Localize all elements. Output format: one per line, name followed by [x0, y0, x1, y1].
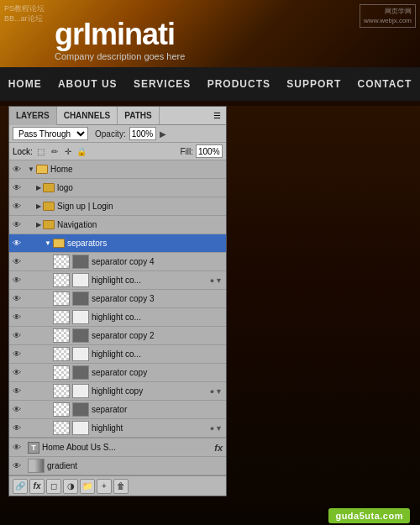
- layer-row-gradient[interactable]: 👁 gradient: [9, 457, 226, 475]
- fx-button[interactable]: fx: [29, 479, 45, 494]
- thumb2-hl-c: [72, 347, 89, 361]
- eye-signup[interactable]: 👁: [9, 202, 24, 211]
- adj-layer-button[interactable]: ◑: [63, 479, 78, 494]
- new-layer-button[interactable]: +: [97, 479, 112, 494]
- layer-row-home[interactable]: 👁 ▼ Home: [9, 160, 226, 179]
- layers-list: 👁 ▼ Home 👁 ▶ logo 👁 ▶ Sign up | L: [9, 160, 226, 438]
- eye-text-layer[interactable]: 👁: [9, 443, 24, 452]
- panel-tabs: LAYERS CHANNELS PATHS ☰: [9, 107, 226, 125]
- layer-row-hl[interactable]: 👁 highlight ● ▼: [9, 419, 226, 438]
- layer-name-home: Home: [50, 165, 223, 174]
- nav-about[interactable]: ABOUT US: [51, 67, 124, 101]
- eye-sep-copy3[interactable]: 👁: [9, 294, 24, 303]
- eye-sep-copy[interactable]: 👁: [9, 368, 24, 377]
- nav-contact[interactable]: CONTACT: [351, 67, 419, 101]
- layer-row-signup[interactable]: 👁 ▶ Sign up | Login: [9, 197, 226, 216]
- eye-gradient[interactable]: 👁: [9, 461, 24, 470]
- layer-row-sep-copy4[interactable]: 👁 separator copy 4: [9, 253, 226, 271]
- logo-sub: Company description goes here: [55, 51, 185, 61]
- eye-separators[interactable]: 👁: [9, 239, 24, 248]
- link-layers-button[interactable]: 🔗: [13, 479, 28, 494]
- lock-all-icon[interactable]: 🔒: [76, 147, 87, 156]
- eye-sep-copy4[interactable]: 👁: [9, 257, 24, 266]
- nav: HOME ABOUT US SERVICES PRODUCTS SUPPORT …: [0, 67, 420, 101]
- eye-navigation[interactable]: 👁: [9, 220, 24, 229]
- thumb2-hl-copy-a: [72, 273, 89, 287]
- layer-row-logo[interactable]: 👁 ▶ logo: [9, 179, 226, 197]
- thumb-sep-copy: [53, 365, 70, 380]
- triangle-home[interactable]: ▼: [28, 165, 34, 173]
- arrow-hl-copy-b: ▼: [215, 387, 223, 396]
- bottom-layers: 👁 T Home About Us S... fx 👁 gradient: [9, 438, 226, 475]
- lock-paint-icon[interactable]: ✏: [49, 147, 60, 156]
- tab-channels[interactable]: CHANNELS: [57, 107, 118, 124]
- folder-icon-navigation: [43, 220, 55, 229]
- arrow-hl-copy-a: ▼: [215, 276, 223, 285]
- layer-row-sep-copy[interactable]: 👁 separator copy: [9, 364, 226, 382]
- main-content: LAYERS CHANNELS PATHS ☰ Pass Through Opa…: [0, 106, 420, 525]
- nav-services[interactable]: SERVICES: [127, 67, 197, 101]
- thumb-hl-copy-a: [53, 273, 70, 287]
- fx-text-layer: fx: [214, 443, 223, 453]
- eye-hl[interactable]: 👁: [9, 423, 24, 433]
- layer-row-hl-b[interactable]: 👁 highlight co...: [9, 308, 226, 327]
- fill-label: Fill:: [180, 147, 193, 156]
- layer-name-sep-copy4: separator copy 4: [92, 257, 223, 266]
- triangle-navigation[interactable]: ▶: [36, 221, 41, 228]
- layer-row-hl-copy-a[interactable]: 👁 highlight co... ● ▼: [9, 271, 226, 290]
- fx-hl: ●: [210, 424, 214, 433]
- lock-transparent-icon[interactable]: ⬚: [35, 147, 47, 156]
- eye-sep[interactable]: 👁: [9, 405, 24, 414]
- layer-row-hl-copy-b[interactable]: 👁 highlight copy ● ▼: [9, 382, 226, 401]
- folder-button[interactable]: 📁: [80, 479, 95, 494]
- eye-hl-c[interactable]: 👁: [9, 349, 24, 359]
- triangle-logo[interactable]: ▶: [36, 184, 41, 192]
- lock-move-icon[interactable]: ✛: [62, 147, 74, 156]
- layer-row-sep-copy3[interactable]: 👁 separator copy 3: [9, 290, 226, 308]
- eye-hl-b[interactable]: 👁: [9, 312, 24, 322]
- nav-support[interactable]: SUPPORT: [280, 67, 348, 101]
- fill-input[interactable]: [196, 144, 223, 158]
- triangle-signup[interactable]: ▶: [36, 202, 41, 210]
- layer-row-hl-c[interactable]: 👁 highlight co...: [9, 345, 226, 364]
- nav-home[interactable]: HOME: [2, 67, 49, 101]
- layer-row-text[interactable]: 👁 T Home About Us S... fx: [9, 438, 226, 457]
- watermark-bottom: guda5uta.com: [328, 508, 410, 523]
- eye-home[interactable]: 👁: [9, 165, 24, 174]
- layer-row-sep[interactable]: 👁 separator: [9, 401, 226, 419]
- opacity-input[interactable]: [129, 127, 156, 140]
- mask-button[interactable]: ◻: [46, 479, 61, 494]
- thumb-gradient: [28, 459, 45, 473]
- layer-name-navigation: Navigation: [57, 220, 223, 229]
- layer-row-sep-copy2[interactable]: 👁 separator copy 2: [9, 327, 226, 345]
- tab-paths[interactable]: PATHS: [118, 107, 159, 124]
- thumb2-hl-copy-b: [72, 384, 89, 398]
- nav-products[interactable]: PRODUCTS: [201, 67, 277, 101]
- delete-layer-button[interactable]: 🗑: [113, 479, 129, 494]
- folder-icon-signup: [43, 202, 55, 211]
- blend-row: Pass Through Opacity: ▶: [9, 125, 226, 143]
- folder-icon-logo: [43, 183, 55, 192]
- opacity-arrow-icon[interactable]: ▶: [160, 129, 166, 139]
- eye-hl-copy-a[interactable]: 👁: [9, 276, 24, 285]
- text-layer-icon: T: [28, 442, 39, 454]
- layer-row-navigation[interactable]: 👁 ▶ Navigation: [9, 216, 226, 234]
- triangle-separators[interactable]: ▼: [45, 239, 51, 247]
- layer-row-separators[interactable]: 👁 ▼ separators: [9, 234, 226, 253]
- folder-icon-separators: [53, 239, 65, 248]
- layer-name-hl-copy-b: highlight copy: [92, 386, 208, 396]
- layer-name-hl-b: highlight co...: [92, 312, 223, 322]
- thumb2-sep-copy2: [72, 328, 89, 343]
- eye-hl-copy-b[interactable]: 👁: [9, 386, 24, 396]
- tab-layers[interactable]: LAYERS: [9, 107, 57, 125]
- fx-hl-copy-b: ●: [210, 387, 214, 396]
- eye-logo[interactable]: 👁: [9, 183, 24, 192]
- panel-menu-icon[interactable]: ☰: [208, 107, 226, 124]
- layer-name-text: Home About Us S...: [42, 443, 214, 452]
- thumb-sep: [53, 402, 70, 417]
- blend-mode-select[interactable]: Pass Through: [13, 127, 88, 140]
- layer-name-gradient: gradient: [47, 461, 223, 470]
- thumb2-sep-copy3: [72, 291, 89, 306]
- thumb-hl-b: [53, 310, 70, 324]
- eye-sep-copy2[interactable]: 👁: [9, 331, 24, 340]
